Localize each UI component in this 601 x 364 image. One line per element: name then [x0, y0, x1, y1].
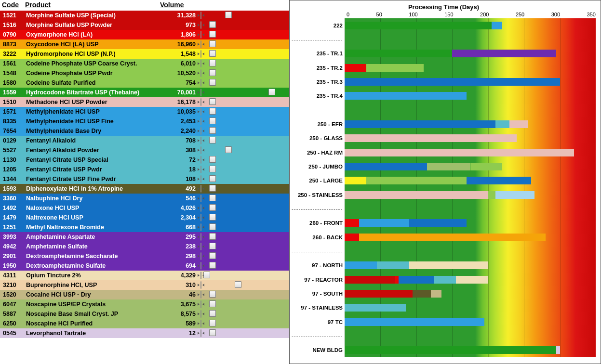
- volume-slider[interactable]: [200, 310, 201, 318]
- slider-thumb[interactable]: [209, 108, 216, 115]
- volume-slider[interactable]: [200, 243, 201, 250]
- slider-thumb[interactable]: [209, 69, 216, 76]
- cell-volume: 70,001: [161, 89, 199, 96]
- slider-thumb[interactable]: [209, 137, 216, 143]
- slider-thumb[interactable]: [203, 272, 210, 278]
- bar-segment: [359, 234, 546, 241]
- slider-thumb[interactable]: [225, 12, 232, 18]
- cell-code: 4311: [0, 272, 26, 279]
- slider-thumb[interactable]: [209, 214, 216, 221]
- cell-slider: [199, 234, 287, 240]
- slider-thumb[interactable]: [209, 156, 216, 163]
- cell-slider: [199, 272, 287, 279]
- volume-slider[interactable]: [200, 252, 201, 260]
- slider-thumb[interactable]: [235, 281, 241, 288]
- slider-thumb[interactable]: [209, 21, 216, 28]
- slider-thumb[interactable]: [209, 31, 216, 38]
- slider-thumb[interactable]: [209, 252, 216, 259]
- chart-plot-area: [345, 18, 596, 357]
- slider-thumb[interactable]: [209, 310, 216, 317]
- volume-slider[interactable]: [200, 50, 201, 58]
- slider-thumb[interactable]: [209, 262, 216, 269]
- cell-slider: [199, 282, 287, 288]
- cell-code: 5527: [0, 147, 26, 154]
- volume-slider[interactable]: [200, 281, 201, 289]
- volume-slider[interactable]: [200, 79, 201, 87]
- volume-slider[interactable]: [200, 156, 201, 164]
- table-row: 1950Dextroamphetamine Sulfate694: [0, 261, 289, 271]
- slider-thumb[interactable]: [209, 243, 216, 249]
- bar-segment: [345, 120, 495, 128]
- cell-code: 7654: [0, 128, 26, 134]
- volume-slider[interactable]: [200, 127, 201, 135]
- cell-product: Buprenorphine HCl, USP: [26, 282, 161, 288]
- volume-slider[interactable]: [200, 272, 201, 279]
- table-row: 1344Fentanyl Citrate USP Fine Pwdr108: [0, 174, 289, 184]
- bar-segment: [413, 290, 430, 298]
- slider-thumb[interactable]: [209, 291, 216, 298]
- volume-slider[interactable]: [200, 291, 201, 299]
- volume-slider[interactable]: [200, 89, 201, 96]
- volume-slider[interactable]: [200, 60, 201, 67]
- slider-thumb[interactable]: [209, 300, 216, 307]
- volume-slider[interactable]: [200, 166, 201, 173]
- volume-slider[interactable]: [200, 31, 201, 39]
- volume-slider[interactable]: [200, 214, 201, 221]
- slider-thumb[interactable]: [268, 89, 275, 95]
- volume-slider[interactable]: [200, 40, 201, 48]
- cell-product: Oxycodone HCl (LA) USP: [26, 41, 161, 48]
- row-separator: ----------------------: [292, 333, 343, 339]
- volume-slider[interactable]: [200, 108, 201, 116]
- slider-thumb[interactable]: [209, 50, 216, 57]
- volume-slider[interactable]: [200, 223, 201, 231]
- volume-slider[interactable]: [200, 98, 201, 106]
- volume-slider[interactable]: [200, 137, 201, 144]
- cell-code: 3360: [0, 195, 26, 202]
- slider-thumb[interactable]: [209, 185, 216, 192]
- slider-thumb[interactable]: [209, 40, 216, 47]
- slider-thumb[interactable]: [209, 166, 216, 172]
- cell-code: 1559: [0, 89, 26, 96]
- slider-thumb[interactable]: [209, 117, 216, 124]
- slider-thumb[interactable]: [209, 223, 216, 230]
- slider-thumb[interactable]: [209, 175, 216, 182]
- volume-slider[interactable]: [200, 21, 201, 29]
- table-row: 6250Noscapine HCl Purified589: [0, 319, 289, 328]
- volume-slider[interactable]: [200, 146, 201, 154]
- cell-volume: 2,304: [161, 214, 199, 221]
- slider-thumb[interactable]: [209, 320, 216, 326]
- volume-slider[interactable]: [200, 12, 201, 19]
- volume-slider[interactable]: [200, 320, 201, 327]
- slider-thumb[interactable]: [209, 233, 216, 240]
- cell-slider: [199, 51, 287, 57]
- volume-slider[interactable]: [200, 204, 201, 212]
- cell-slider: [199, 60, 287, 67]
- slider-thumb[interactable]: [209, 127, 216, 134]
- cell-slider: [199, 79, 287, 86]
- bar-gap: [345, 205, 596, 213]
- slider-thumb[interactable]: [209, 98, 216, 105]
- bar-segment: [431, 290, 441, 298]
- table-row: 1561Codeine Phosphate USP Coarse Cryst.6…: [0, 59, 289, 68]
- volume-slider[interactable]: [200, 300, 201, 308]
- slider-thumb[interactable]: [209, 60, 216, 66]
- slider-thumb[interactable]: [209, 329, 216, 336]
- volume-slider[interactable]: [200, 69, 201, 77]
- volume-slider[interactable]: [200, 185, 201, 193]
- bar-row: [345, 234, 596, 241]
- volume-slider[interactable]: [200, 329, 201, 337]
- cell-code: 1130: [0, 156, 26, 163]
- volume-slider[interactable]: [200, 117, 201, 125]
- bar-segment: [409, 261, 488, 269]
- volume-slider[interactable]: [200, 175, 201, 183]
- slider-thumb[interactable]: [209, 195, 216, 201]
- bar-segment: [345, 22, 492, 29]
- slider-thumb[interactable]: [209, 79, 216, 86]
- slider-thumb[interactable]: [209, 204, 216, 211]
- volume-slider[interactable]: [200, 195, 201, 202]
- product-table: Code Product Volume 1521Morphine Sulfate…: [0, 0, 289, 364]
- volume-slider[interactable]: [200, 233, 201, 241]
- x-tick: 100: [409, 12, 417, 17]
- slider-thumb[interactable]: [225, 146, 232, 153]
- volume-slider[interactable]: [200, 262, 201, 270]
